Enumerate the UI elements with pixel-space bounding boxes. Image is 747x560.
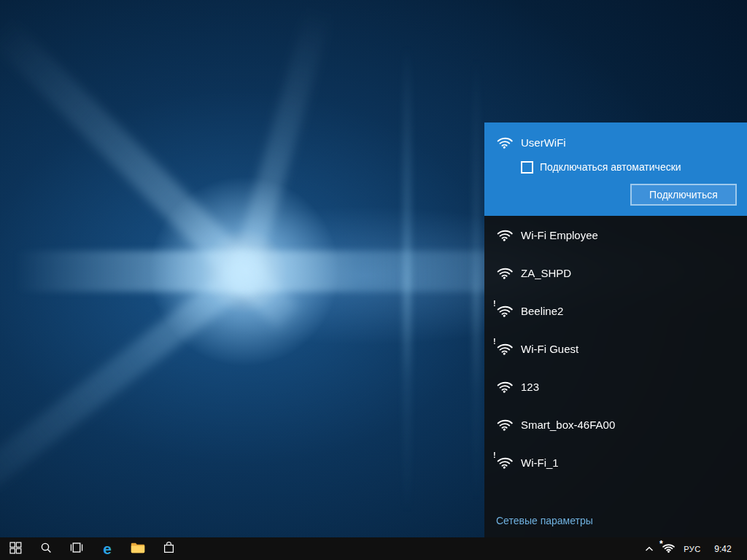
network-ssid: Beeline2 — [521, 305, 563, 317]
store-bag-icon — [163, 542, 174, 556]
wifi-tray-icon — [662, 543, 675, 555]
wifi-flyout-panel: UserWiFi Подключаться автоматически Подк… — [484, 122, 747, 537]
task-view-button[interactable] — [61, 537, 92, 560]
network-ssid: Smart_box-46FA00 — [521, 419, 615, 431]
network-ssid: Wi-Fi_1 — [521, 456, 559, 469]
file-explorer-button[interactable] — [123, 537, 153, 560]
wifi-signal-icon — [496, 136, 514, 149]
search-button[interactable] — [31, 537, 61, 560]
language-indicator[interactable]: РУС — [678, 537, 706, 560]
warning-icon: ! — [493, 451, 496, 459]
wifi-signal-icon — [496, 380, 514, 393]
windows-logo-icon — [9, 542, 22, 556]
wifi-network-item[interactable]: ! Beeline2 — [484, 292, 747, 330]
wifi-signal-icon: ! — [496, 342, 514, 355]
wifi-network-item[interactable]: ! Wi-Fi_1 — [484, 443, 747, 481]
task-view-icon — [70, 542, 83, 555]
tray-overflow-button[interactable] — [640, 537, 658, 560]
system-tray: * РУС 9:42 — [640, 537, 747, 560]
wifi-network-item[interactable]: Wi-Fi Employee — [484, 216, 747, 254]
selected-network-row: UserWiFi — [496, 130, 737, 155]
edge-button[interactable]: e — [92, 537, 123, 560]
connect-button[interactable]: Подключиться — [630, 184, 737, 206]
wifi-network-item[interactable]: Smart_box-46FA00 — [484, 405, 747, 443]
wifi-network-item[interactable]: ZA_SHPD — [484, 254, 747, 292]
wifi-signal-icon: ! — [496, 456, 514, 469]
auto-connect-row[interactable]: Подключаться автоматически — [521, 158, 737, 176]
networks-available-icon: * — [659, 540, 663, 548]
start-button[interactable] — [0, 537, 31, 560]
chevron-up-icon — [645, 543, 654, 554]
warning-icon: ! — [493, 300, 496, 308]
wifi-network-item[interactable]: 123 — [484, 368, 747, 405]
taskbar: e — [0, 537, 747, 560]
network-ssid: Wi-Fi Guest — [521, 343, 578, 355]
wifi-signal-icon — [496, 228, 514, 241]
search-icon — [40, 542, 52, 556]
store-button[interactable] — [153, 537, 184, 560]
network-ssid: ZA_SHPD — [521, 267, 571, 279]
edge-icon: e — [103, 541, 112, 556]
selected-network-ssid: UserWiFi — [521, 136, 566, 149]
wifi-signal-icon — [496, 418, 514, 431]
auto-connect-checkbox[interactable] — [521, 161, 533, 174]
wifi-network-item[interactable]: ! Wi-Fi Guest — [484, 330, 747, 368]
network-ssid: 123 — [521, 381, 539, 393]
tray-network-button[interactable]: * — [658, 537, 678, 560]
connect-button-row: Подключиться — [496, 184, 737, 206]
flyout-footer: Сетевые параметры — [484, 505, 747, 537]
warning-icon: ! — [493, 338, 496, 346]
network-settings-link[interactable]: Сетевые параметры — [496, 515, 593, 526]
auto-connect-label: Подключаться автоматически — [540, 161, 681, 173]
wifi-network-list: Wi-Fi Employee ZA_SHPD ! — [484, 216, 747, 481]
network-ssid: Wi-Fi Employee — [521, 229, 598, 241]
wifi-signal-icon: ! — [496, 304, 514, 317]
wifi-signal-icon — [496, 266, 514, 279]
selected-network-item[interactable]: UserWiFi Подключаться автоматически Подк… — [484, 122, 747, 216]
desktop: UserWiFi Подключаться автоматически Подк… — [0, 0, 747, 560]
folder-icon — [131, 542, 145, 556]
taskbar-clock[interactable]: 9:42 — [706, 537, 740, 560]
